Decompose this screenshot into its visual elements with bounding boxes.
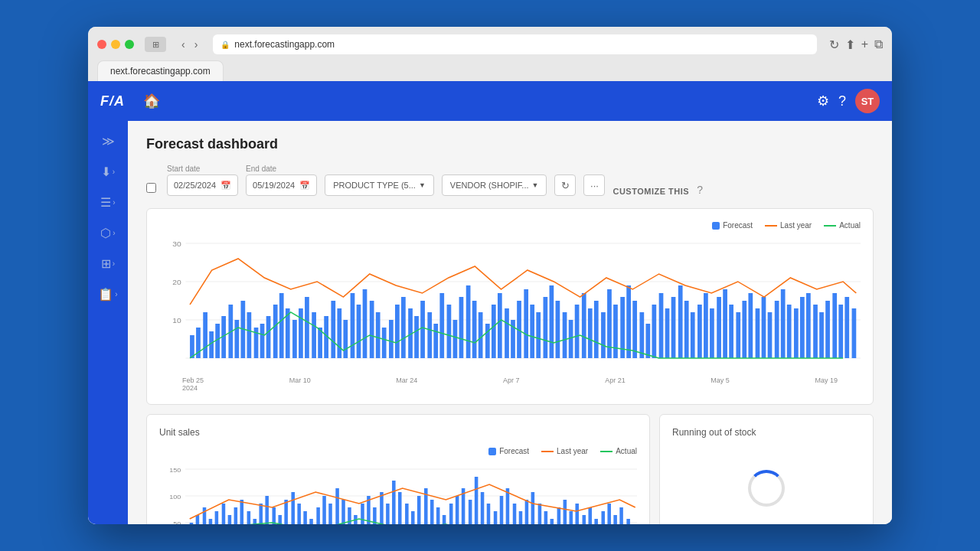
user-avatar[interactable]: ST (855, 89, 880, 113)
svg-rect-166 (500, 496, 504, 524)
svg-rect-150 (398, 492, 402, 524)
back-button[interactable]: ‹ (178, 37, 188, 52)
svg-text:150: 150 (169, 467, 181, 474)
svg-rect-39 (395, 305, 400, 358)
actual-label: Actual (839, 221, 861, 230)
svg-rect-14 (234, 320, 239, 358)
svg-rect-81 (665, 308, 670, 358)
svg-rect-35 (370, 301, 374, 358)
more-options-button[interactable]: ··· (583, 174, 605, 196)
svg-rect-174 (550, 519, 554, 524)
svg-rect-129 (265, 496, 269, 524)
page-title: Forecast dashboard (146, 136, 874, 152)
last-year-label: Last year (780, 221, 812, 230)
reload-icon[interactable]: ↻ (829, 37, 839, 52)
svg-rect-70 (594, 301, 599, 358)
home-button[interactable]: 🏠 (137, 90, 166, 112)
svg-rect-171 (531, 492, 535, 524)
sidebar-item-list[interactable]: ☰ › (93, 188, 123, 216)
loading-spinner (748, 470, 785, 507)
svg-rect-19 (266, 316, 271, 358)
svg-rect-16 (247, 312, 252, 358)
calendar-icon[interactable]: 📅 (299, 181, 310, 191)
customize-button[interactable]: CUSTOMIZE THIS (612, 187, 689, 196)
browser-tab[interactable]: next.forecastingapp.com (97, 60, 224, 81)
svg-rect-140 (335, 488, 339, 524)
sidebar-item-collapse[interactable]: ≫ (93, 127, 123, 155)
svg-rect-170 (525, 500, 529, 524)
svg-rect-104 (813, 305, 818, 358)
svg-rect-31 (343, 320, 348, 358)
svg-rect-95 (756, 308, 760, 358)
svg-rect-30 (337, 308, 341, 358)
vendor-filter[interactable]: VENDOR (SHOPIF... ▼ (442, 174, 547, 196)
reports-icon: 📋 (98, 287, 113, 302)
app-logo: F/A (100, 93, 125, 109)
svg-rect-32 (351, 293, 355, 358)
svg-rect-106 (825, 301, 830, 358)
select-all-checkbox[interactable] (146, 183, 156, 193)
chevron-icon: › (113, 198, 115, 207)
running-out-section: Running out of stock (659, 414, 874, 524)
svg-rect-83 (678, 285, 683, 358)
legend-forecast: Forecast (712, 221, 753, 230)
sidebar-item-apps[interactable]: ⊞ › (93, 249, 123, 277)
svg-rect-102 (800, 297, 805, 358)
new-tab-icon[interactable]: + (861, 37, 868, 51)
start-date-input[interactable]: 02/25/2024 📅 (167, 174, 238, 196)
svg-rect-65 (563, 312, 567, 358)
calendar-icon[interactable]: 📅 (220, 181, 231, 191)
svg-rect-53 (485, 324, 490, 358)
settings-icon[interactable]: ⚙ (817, 93, 829, 109)
svg-rect-82 (671, 297, 676, 358)
svg-rect-124 (234, 507, 238, 524)
sidebar-item-hex[interactable]: ⬡ › (93, 219, 123, 246)
svg-rect-21 (279, 293, 284, 358)
end-date-input[interactable]: 05/19/2024 📅 (246, 174, 317, 196)
actual-line (600, 451, 612, 452)
minimize-button[interactable] (111, 40, 120, 49)
address-bar[interactable]: 🔒 next.forecastingapp.com (213, 34, 816, 54)
forward-button[interactable]: › (191, 37, 201, 52)
svg-rect-96 (762, 297, 766, 358)
svg-rect-80 (659, 293, 664, 358)
help-icon[interactable]: ? (838, 93, 846, 109)
svg-rect-137 (316, 507, 320, 524)
svg-rect-33 (357, 305, 361, 358)
refresh-button[interactable]: ↻ (554, 174, 576, 196)
svg-rect-75 (626, 285, 631, 358)
svg-text:30: 30 (172, 240, 181, 248)
x-label-feb25: Feb 252024 (182, 377, 204, 392)
product-type-filter[interactable]: PRODUCT TYPE (5... ▼ (325, 174, 434, 196)
last-year-color (765, 225, 777, 227)
traffic-lights (97, 40, 134, 49)
start-date-value: 02/25/2024 (174, 181, 216, 190)
svg-rect-20 (273, 305, 278, 358)
close-button[interactable] (97, 40, 106, 49)
window-switcher-button[interactable]: ⊞ (145, 37, 166, 52)
svg-rect-94 (748, 293, 753, 358)
share-icon[interactable]: ⬆ (845, 37, 855, 52)
svg-rect-185 (619, 507, 623, 524)
help-icon[interactable]: ? (697, 184, 703, 196)
svg-rect-172 (538, 504, 542, 524)
svg-rect-119 (203, 507, 207, 524)
svg-rect-158 (449, 504, 453, 524)
unit-sales-section: Unit sales Forecast Last year (146, 414, 650, 524)
legend-actual: Actual (600, 447, 637, 455)
tabs-overview-icon[interactable]: ⧉ (874, 37, 883, 51)
svg-rect-24 (299, 308, 303, 358)
main-chart-section: Forecast Last year Actual (146, 208, 874, 405)
fullscreen-button[interactable] (125, 40, 134, 49)
sidebar-item-reports[interactable]: 📋 › (93, 280, 123, 308)
sidebar-item-import[interactable]: ⬇ › (93, 158, 123, 185)
svg-rect-110 (852, 308, 857, 358)
svg-rect-40 (401, 297, 406, 358)
svg-rect-100 (787, 305, 792, 358)
svg-rect-88 (710, 308, 714, 358)
legend-last-year: Last year (765, 221, 812, 230)
filter-bar: Start date 02/25/2024 📅 End date 05/19/2… (146, 165, 874, 196)
svg-rect-84 (684, 301, 689, 358)
svg-rect-61 (536, 312, 541, 358)
unit-sales-chart: 150 100 50 (159, 461, 637, 524)
